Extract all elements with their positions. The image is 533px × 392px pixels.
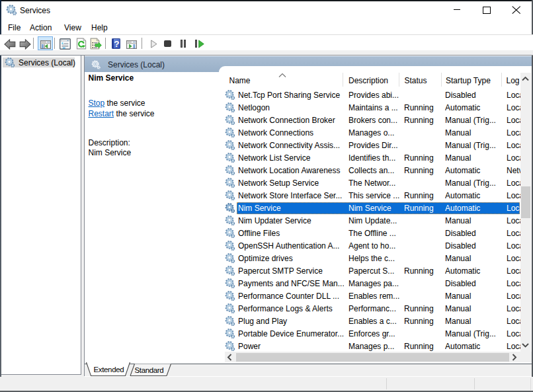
svg-text:?: ?: [114, 38, 119, 48]
